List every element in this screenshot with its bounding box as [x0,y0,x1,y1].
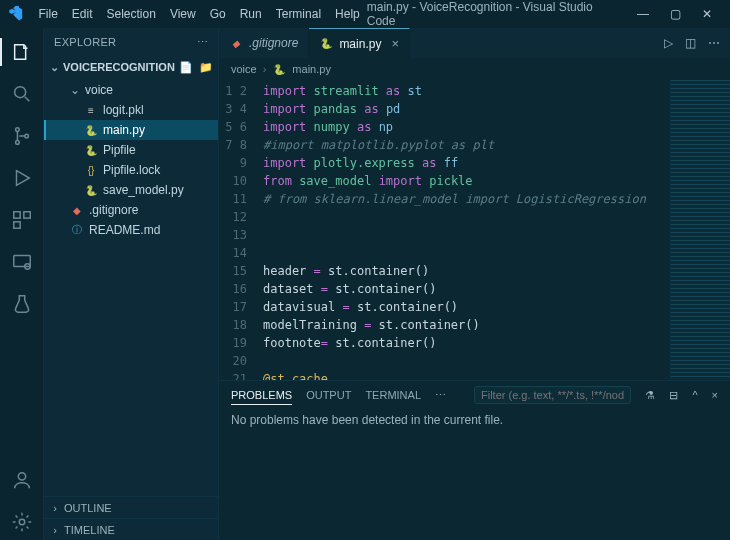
window-minimize-button[interactable]: — [636,7,650,21]
window-maximize-button[interactable]: ▢ [668,7,682,21]
svg-point-10 [19,519,25,525]
menu-edit[interactable]: Edit [65,3,100,25]
tab-label: .gitignore [249,36,298,50]
breadcrumb-segment[interactable]: main.py [292,63,331,75]
svg-point-9 [18,473,25,480]
menu-terminal[interactable]: Terminal [269,3,328,25]
svg-point-0 [14,87,25,98]
file-icon: 🐍 [84,143,98,157]
file-icon: 🐍 [84,123,98,137]
activity-bar [0,28,44,540]
file-save_model-py[interactable]: 🐍save_model.py [44,180,218,200]
activity-run-debug[interactable] [0,160,44,196]
menu-go[interactable]: Go [203,3,233,25]
svg-rect-7 [13,256,30,267]
file-Pipfile-lock[interactable]: {}Pipfile.lock [44,160,218,180]
tab-label: main.py [339,37,381,51]
window-title: main.py - VoiceRecognition - Visual Stud… [367,0,616,28]
chevron-right-icon: › [50,502,60,514]
file-icon: ◆ [70,203,84,217]
activity-search[interactable] [0,76,44,112]
breadcrumb-segment[interactable]: voice [231,63,257,75]
git-icon: ◆ [229,36,243,50]
timeline-label: TIMELINE [64,524,115,536]
project-name: VOICERECOGNITION [63,61,175,73]
panel-tab-output[interactable]: OUTPUT [306,386,351,404]
menu-view[interactable]: View [163,3,203,25]
new-folder-icon[interactable]: 📁 [199,61,213,74]
activity-account[interactable] [0,462,44,498]
python-icon: 🐍 [319,37,333,51]
split-editor-button[interactable]: ◫ [685,36,696,50]
file-label: Pipfile.lock [103,163,160,177]
chevron-right-icon: › [263,63,267,75]
panel-tab-problems[interactable]: PROBLEMS [231,386,292,405]
file-label: README.md [89,223,160,237]
chevron-down-icon: ⌄ [50,61,59,74]
project-header[interactable]: ⌄ VOICERECOGNITION 📄 📁 ⟳ ⊟ [44,56,218,78]
problems-message: No problems have been detected in the cu… [219,409,730,540]
file-label: .gitignore [89,203,138,217]
file-Pipfile[interactable]: 🐍Pipfile [44,140,218,160]
new-file-icon[interactable]: 📄 [179,61,193,74]
file-icon: {} [84,163,98,177]
menu-bar: File Edit Selection View Go Run Terminal… [0,0,730,28]
panel-close-icon[interactable]: × [712,389,718,401]
menu-selection[interactable]: Selection [100,3,163,25]
tab-bar: ◆ .gitignore 🐍 main.py × ▷ ◫ ⋯ [219,28,730,58]
breadcrumb[interactable]: voice › 🐍 main.py [219,58,730,80]
editor-area: ◆ .gitignore 🐍 main.py × ▷ ◫ ⋯ voice › 🐍… [219,28,730,540]
file-icon: 🐍 [84,183,98,197]
python-icon: 🐍 [272,62,286,76]
svg-rect-6 [13,222,19,228]
panel-maximize-icon[interactable]: ^ [692,389,697,401]
outline-section[interactable]: › OUTLINE [44,496,218,518]
explorer-more-icon[interactable]: ⋯ [197,36,208,49]
file-label: Pipfile [103,143,136,157]
file-README-md[interactable]: ⓘREADME.md [44,220,218,240]
window-close-button[interactable]: ✕ [700,7,714,21]
file-label: main.py [103,123,145,137]
timeline-section[interactable]: › TIMELINE [44,518,218,540]
chevron-down-icon: ⌄ [70,83,80,97]
run-button[interactable]: ▷ [664,36,673,50]
vscode-logo-icon [8,6,23,22]
tab-main-py[interactable]: 🐍 main.py × [309,28,410,58]
activity-testing[interactable] [0,286,44,322]
file-logit-pkl[interactable]: ≡logit.pkl [44,100,218,120]
svg-point-1 [15,128,19,132]
file-tree: ⌄ voice ≡logit.pkl🐍main.py🐍Pipfile{}Pipf… [44,78,218,242]
line-numbers: 1 2 3 4 5 6 7 8 9 10 11 12 13 14 15 16 1… [219,80,257,380]
tab-gitignore[interactable]: ◆ .gitignore [219,28,309,58]
file--gitignore[interactable]: ◆.gitignore [44,200,218,220]
panel-more-icon[interactable]: ⋯ [435,389,446,402]
folder-label: voice [85,83,113,97]
explorer-title: EXPLORER [54,36,116,48]
activity-source-control[interactable] [0,118,44,154]
panel-collapse-icon[interactable]: ⊟ [669,389,678,402]
activity-settings[interactable] [0,504,44,540]
problems-filter-input[interactable] [474,386,631,404]
svg-rect-5 [23,212,29,218]
activity-remote[interactable] [0,244,44,280]
code-editor[interactable]: import streamlit as st import pandas as … [257,80,730,380]
file-label: logit.pkl [103,103,144,117]
activity-extensions[interactable] [0,202,44,238]
svg-rect-4 [13,212,19,218]
outline-label: OUTLINE [64,502,112,514]
menu-run[interactable]: Run [233,3,269,25]
menu-help[interactable]: Help [328,3,367,25]
file-label: save_model.py [103,183,184,197]
folder-voice[interactable]: ⌄ voice [44,80,218,100]
file-main-py[interactable]: 🐍main.py [44,120,218,140]
minimap[interactable] [670,80,730,380]
filter-icon[interactable]: ⚗ [645,389,655,402]
file-icon: ≡ [84,103,98,117]
svg-point-2 [15,141,19,145]
file-icon: ⓘ [70,223,84,237]
tab-close-button[interactable]: × [391,36,399,51]
activity-explorer[interactable] [0,34,44,70]
menu-file[interactable]: File [31,3,64,25]
panel-tab-terminal[interactable]: TERMINAL [365,386,421,404]
editor-more-icon[interactable]: ⋯ [708,36,720,50]
